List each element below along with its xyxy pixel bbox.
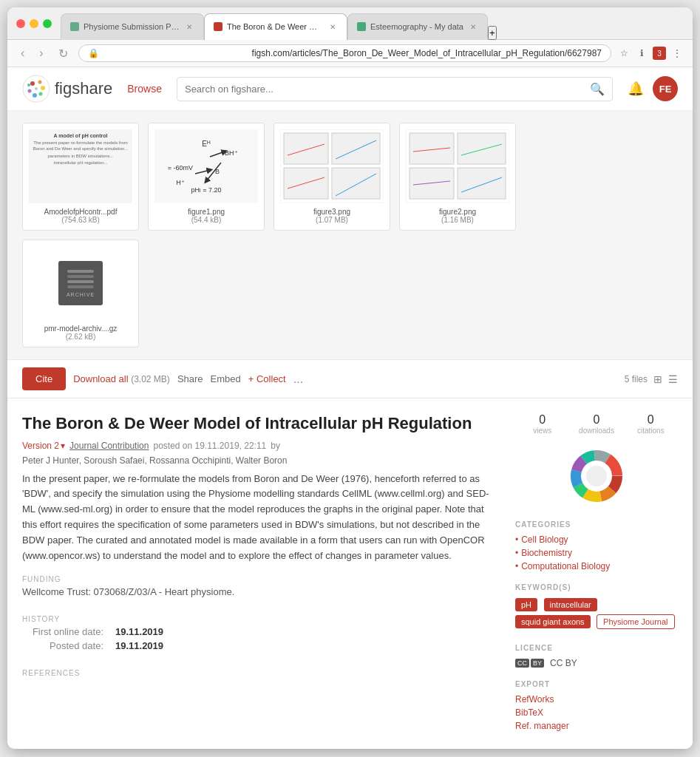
svg-text:H⁺: H⁺ [176, 179, 185, 186]
figure2-preview [406, 129, 509, 203]
file-card-fig2[interactable]: figure2.png (1.16 MB) [399, 123, 516, 231]
tab-bar: Physiome Submission Prototype ✕ The Boro… [61, 7, 497, 40]
licence-text: CC BY [550, 658, 577, 668]
tab-close-3-icon[interactable]: ✕ [468, 21, 478, 32]
site-header: figshare Browse 🔍 🔔 FE [7, 67, 693, 111]
close-button[interactable] [16, 19, 25, 28]
cite-button[interactable]: Cite [22, 367, 66, 390]
category-biochemistry[interactable]: •Biochemistry [515, 548, 678, 558]
tab-boron[interactable]: The Boron & De Weer Model of ... ✕ [204, 13, 347, 40]
keyword-ph[interactable]: pH [515, 598, 537, 611]
file-count: 5 files ⊞ ☰ [625, 373, 678, 385]
export-section-label: EXPORT [515, 680, 678, 688]
svg-point-3 [41, 86, 45, 90]
embed-button[interactable]: Embed [211, 373, 241, 384]
stat-citations: 0 citations [624, 413, 678, 435]
category-computational-biology[interactable]: •Computational Biology [515, 561, 678, 571]
cc-icon: CC [515, 659, 529, 668]
views-count: 0 [515, 413, 569, 427]
back-button[interactable]: ‹ [16, 45, 29, 61]
maximize-button[interactable] [43, 19, 52, 28]
tab-close-active-icon[interactable]: ✕ [327, 21, 338, 32]
svg-rect-32 [458, 168, 506, 199]
grid-view-icon[interactable]: ⊞ [653, 373, 662, 385]
right-sidebar: 0 views 0 downloads 0 citations [515, 413, 678, 734]
version-row: Version 2 ▾ Journal Contribution posted … [22, 441, 497, 466]
references-label: REFERENCES [22, 669, 497, 677]
svg-point-7 [27, 84, 30, 86]
search-icon[interactable]: 🔍 [590, 82, 605, 96]
keyword-squid[interactable]: squid giant axons [515, 615, 591, 628]
export-bibtex[interactable]: BibTeX [515, 707, 678, 718]
list-view-icon[interactable]: ☰ [668, 373, 678, 385]
posted-label: Posted date: [22, 640, 103, 651]
journal-type-link[interactable]: Journal Contribution [69, 441, 149, 451]
archive-row: ARCHIVE pmr-model-archiv....gz (2.62 kB) [22, 240, 678, 347]
file-size-archive: (2.62 kB) [29, 333, 132, 341]
file-thumb-fig2 [406, 129, 509, 203]
export-ref-manager[interactable]: Ref. manager [515, 721, 678, 731]
keyword-intracellular[interactable]: intracellular [544, 598, 597, 611]
search-input[interactable] [185, 84, 590, 95]
first-online-label: First online date: [22, 626, 103, 637]
keywords-section-label: KEYWORD(S) [515, 583, 678, 591]
export-refworks[interactable]: RefWorks [515, 694, 678, 705]
menu-icon[interactable]: ⋮ [670, 47, 684, 60]
history-label: HISTORY [22, 615, 497, 623]
action-bar: Cite Download all (3.02 MB) Share Embed … [7, 359, 693, 398]
first-online-date: 19.11.2019 [115, 626, 163, 637]
bell-icon[interactable]: 🔔 [628, 81, 644, 97]
new-tab-button[interactable]: + [488, 26, 497, 40]
tab-physiome[interactable]: Physiome Submission Prototype ✕ [61, 13, 204, 40]
search-bar[interactable]: 🔍 [177, 77, 613, 101]
file-name-archive: pmr-model-archiv....gz [29, 325, 132, 333]
extension-icon[interactable]: 3 [653, 47, 666, 60]
minimize-button[interactable] [30, 19, 38, 28]
download-all-button[interactable]: Download all (3.02 MB) [73, 373, 170, 384]
history-first-online: First online date: 19.11.2019 [22, 626, 497, 637]
collect-button[interactable]: + Collect [248, 373, 286, 384]
file-thumb-fig3 [280, 129, 384, 203]
site-nav: Browse [127, 82, 162, 95]
file-size-fig1: (54.4 kB) [154, 216, 258, 224]
cc-badge[interactable]: CC BY [515, 659, 544, 668]
file-card-pdf[interactable]: A model of pH control The present paper … [22, 123, 139, 231]
licence-section-label: LICENCE [515, 644, 678, 652]
url-bar[interactable]: 🔒 figsh.com/articles/The_Boron_De_Weer_M… [78, 44, 611, 62]
info-icon[interactable]: ℹ [635, 47, 648, 60]
keyword-physiome[interactable]: Physiome Journal [597, 614, 674, 629]
chevron-down-icon: ▾ [61, 441, 65, 451]
file-card-archive[interactable]: ARCHIVE pmr-model-archiv....gz (2.62 kB) [22, 240, 139, 347]
svg-rect-30 [458, 133, 506, 164]
main-content: The Boron & De Weer Model of Intracellul… [7, 398, 693, 749]
tab-esteemography[interactable]: Esteemography - My data ✕ [347, 13, 488, 40]
svg-point-2 [38, 81, 42, 84]
file-card-fig1[interactable]: EH = -60mV BH⁺ H⁺ B pHi = 7.20 figure1.p… [148, 123, 265, 231]
avatar[interactable]: FE [653, 76, 678, 101]
version-tag[interactable]: Version 2 ▾ [22, 441, 65, 451]
browse-link[interactable]: Browse [127, 83, 162, 95]
citations-count: 0 [624, 413, 678, 427]
svg-point-6 [28, 89, 32, 93]
url-text: figsh.com/articles/The_Boron_De_Weer_Mod… [252, 48, 602, 58]
file-card-fig3[interactable]: figure3.png (1.07 MB) [273, 123, 390, 231]
downloads-label: downloads [569, 427, 623, 435]
reload-button[interactable]: ↻ [54, 45, 72, 62]
lock-icon: 🔒 [88, 48, 248, 58]
star-icon[interactable]: ☆ [617, 47, 631, 60]
tab-close-icon[interactable]: ✕ [184, 21, 194, 32]
stats-row: 0 views 0 downloads 0 citations [515, 413, 678, 435]
more-actions-button[interactable]: ... [293, 373, 303, 386]
share-button[interactable]: Share [177, 373, 203, 384]
logo-text: figshare [55, 79, 112, 98]
nav-bar: ‹ › ↻ 🔒 figsh.com/articles/The_Boron_De_… [7, 40, 693, 67]
history-posted: Posted date: 19.11.2019 [22, 640, 497, 651]
logo-icon [22, 75, 50, 103]
forward-button[interactable]: › [35, 45, 47, 61]
nav-icons: ☆ ℹ 3 ⋮ [617, 47, 684, 60]
file-name-fig1: figure1.png [154, 208, 258, 216]
licence-row: CC BY CC BY [515, 658, 678, 668]
category-cell-biology[interactable]: •Cell Biology [515, 534, 678, 545]
logo[interactable]: figshare [22, 75, 112, 103]
tab-label-active: The Boron & De Weer Model of ... [227, 22, 323, 31]
